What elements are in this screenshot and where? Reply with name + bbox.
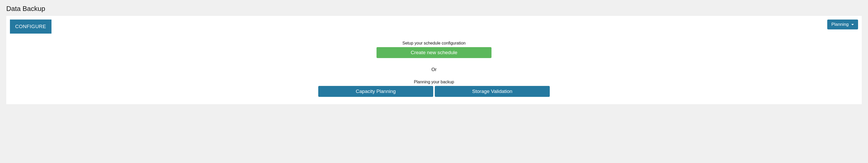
- planning-helper-text: Planning your backup: [414, 80, 454, 84]
- configure-button[interactable]: CONFIGURE: [10, 19, 52, 34]
- planning-button-row: Capacity Planning Storage Validation: [318, 86, 550, 97]
- capacity-planning-button[interactable]: Capacity Planning: [318, 86, 433, 97]
- page-header: Data Backup: [0, 0, 868, 16]
- storage-validation-button[interactable]: Storage Validation: [435, 86, 550, 97]
- planning-dropdown-button[interactable]: Planning: [827, 19, 858, 30]
- planning-dropdown-label: Planning: [831, 22, 849, 27]
- card-toolbar: CONFIGURE Planning: [10, 19, 858, 34]
- main-card: CONFIGURE Planning Setup your schedule c…: [6, 16, 862, 104]
- center-area: Setup your schedule configuration Create…: [10, 41, 858, 97]
- page-title: Data Backup: [6, 5, 862, 13]
- schedule-helper-text: Setup your schedule configuration: [402, 41, 466, 46]
- create-schedule-button[interactable]: Create new schedule: [376, 47, 492, 58]
- caret-down-icon: [851, 24, 854, 25]
- or-divider-text: Or: [431, 67, 437, 72]
